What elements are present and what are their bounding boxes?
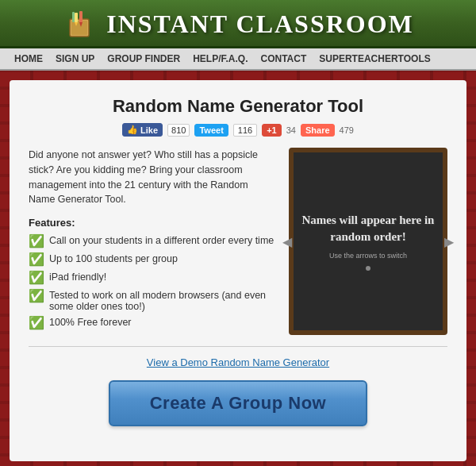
tweet-label: Tweet (199, 125, 223, 135)
nav-help[interactable]: HELP/F.A.Q. (186, 52, 254, 66)
facebook-like-count: 810 (167, 124, 190, 137)
feature-4-text: Tested to work on all modern browsers (a… (49, 290, 276, 312)
facebook-like-button[interactable]: 👍 Like (122, 123, 163, 137)
site-title: INSTANT CLASSROOM (106, 10, 414, 39)
feature-2: ✅ Up to 100 students per group (29, 253, 276, 267)
site-header: INSTANT CLASSROOM (0, 0, 476, 48)
section-divider (29, 346, 447, 347)
check-icon-5: ✅ (29, 315, 44, 330)
share-button[interactable]: Share (301, 124, 335, 137)
content-area: Did anyone not answer yet? Who still has… (29, 148, 447, 335)
feature-1: ✅ Call on your students in a different o… (29, 235, 276, 248)
nav-contact[interactable]: CONTACT (254, 52, 313, 66)
feature-1-text: Call on your students in a different ord… (49, 235, 274, 246)
chalkboard-prev-arrow[interactable]: ◀ (282, 234, 292, 249)
feature-4: ✅ Tested to work on all modern browsers … (29, 290, 276, 312)
chalkboard-sub-text: Use the arrows to switch (329, 252, 407, 260)
svg-rect-1 (71, 21, 87, 35)
create-group-button[interactable]: Create A Group Now (109, 380, 368, 426)
feature-5-text: 100% Free forever (49, 317, 132, 328)
nav-signup[interactable]: SIGN UP (49, 52, 101, 66)
nav-home[interactable]: HOME (8, 52, 49, 66)
demo-link-section: View a Demo Random Name Generator (29, 355, 447, 369)
intro-text: Did anyone not answer yet? Who still has… (29, 148, 276, 207)
nav-bar: HOME SIGN UP GROUP FINDER HELP/F.A.Q. CO… (0, 48, 476, 71)
fb-thumb-icon: 👍 (127, 125, 138, 135)
share-count: 479 (340, 125, 354, 135)
feature-3: ✅ iPad friendly! (29, 272, 276, 285)
check-icon-2: ✅ (29, 252, 44, 267)
tweet-count: 116 (233, 124, 257, 137)
chalkboard-display: ◀ Names will appear here in random order… (289, 148, 447, 335)
svg-rect-2 (75, 13, 78, 22)
content-left: Did anyone not answer yet? Who still has… (29, 148, 276, 335)
nav-superteacher[interactable]: SUPERTEACHERTOOLS (313, 52, 436, 66)
feature-2-text: Up to 100 students per group (49, 253, 178, 264)
check-icon-3: ✅ (29, 270, 44, 285)
social-share-row: 👍 Like 810 Tweet 116 +1 34 Share 479 (29, 123, 447, 137)
feature-5: ✅ 100% Free forever (29, 317, 276, 330)
nav-group-finder[interactable]: GROUP FINDER (101, 52, 186, 66)
create-button-wrapper: Create A Group Now (29, 380, 447, 426)
demo-link[interactable]: View a Demo Random Name Generator (147, 356, 329, 368)
chalkboard-next-arrow[interactable]: ▶ (444, 234, 454, 249)
feature-3-text: iPad friendly! (49, 272, 106, 283)
gplus-button[interactable]: +1 (262, 124, 282, 137)
main-content: Random Name Generator Tool 👍 Like 810 Tw… (10, 80, 466, 461)
check-icon-1: ✅ (29, 233, 44, 248)
gplus-count: 34 (286, 125, 296, 135)
svg-rect-6 (72, 12, 75, 22)
chalkboard-indicator-dot (366, 266, 370, 271)
tweet-button[interactable]: Tweet (194, 124, 228, 137)
page-title: Random Name Generator Tool (29, 96, 447, 117)
logo-icon (62, 6, 97, 41)
features-title: Features: (29, 217, 276, 229)
fb-like-label: Like (140, 125, 158, 135)
check-icon-4: ✅ (29, 288, 44, 303)
svg-rect-4 (79, 11, 83, 22)
chalkboard-main-text: Names will appear here in random order! (301, 212, 435, 245)
share-label: Share (305, 125, 330, 135)
gplus-label: +1 (267, 125, 277, 135)
